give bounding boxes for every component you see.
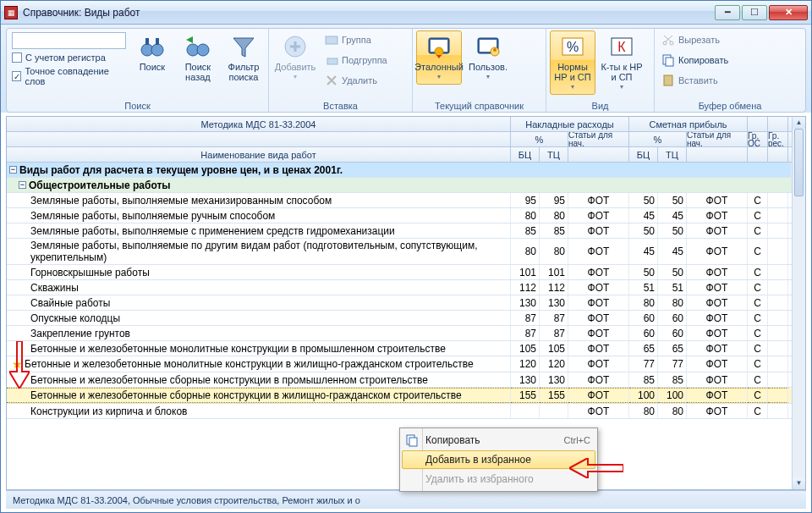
search-back-button[interactable]: Поиск назад xyxy=(177,30,219,85)
user-reference-button[interactable]: Пользов. ▾ xyxy=(465,30,511,85)
cell-s2: ФОТ xyxy=(687,341,748,356)
scroll-down-icon[interactable]: ▼ xyxy=(793,477,805,489)
cell-g: С xyxy=(748,223,768,238)
k-grid-icon: К xyxy=(608,33,635,60)
scroll-thumb[interactable] xyxy=(794,129,804,196)
cell-g: С xyxy=(748,388,768,403)
maximize-button[interactable]: ☐ xyxy=(742,5,767,20)
cell-g: С xyxy=(748,193,768,207)
group-row-2[interactable]: −Общестроительные работы xyxy=(7,178,792,193)
table-row[interactable]: Свайные работы130130ФОТ8080ФОТС xyxy=(7,295,792,311)
header-percent-2: % xyxy=(629,132,687,146)
exact-match-checkbox[interactable]: ✓ Точное совпадение слов xyxy=(12,66,126,86)
search-button[interactable]: Поиск xyxy=(131,30,173,74)
svg-rect-23 xyxy=(666,58,673,66)
cell-s1: ФОТ xyxy=(568,193,629,207)
svg-point-21 xyxy=(670,41,673,45)
table-row[interactable]: Закрепление грунтов8787ФОТ6060ФОТС xyxy=(7,326,792,341)
search-filter-button[interactable]: Фильтр поиска xyxy=(222,30,265,85)
header-gros-text: Гр. ОС xyxy=(748,132,768,146)
group-label-search: Поиск xyxy=(10,100,265,112)
cell-s1: ФОТ xyxy=(568,223,629,238)
group-row-1[interactable]: −Виды работ для расчета в текущем уровне… xyxy=(7,163,792,178)
add-button[interactable]: Добавить ▾ xyxy=(272,30,318,85)
collapse-icon[interactable]: − xyxy=(19,181,26,189)
binoculars-icon xyxy=(139,33,166,60)
cell-g2 xyxy=(768,265,788,279)
add-group-row[interactable]: Группа xyxy=(321,30,391,49)
norms-button[interactable]: % Нормы НР и СП ▾ xyxy=(550,30,595,95)
cell-g2 xyxy=(768,193,788,207)
cell-tc1: 95 xyxy=(540,193,568,207)
group-label-insert: Вставка xyxy=(272,100,409,112)
book-user-icon xyxy=(475,33,502,60)
table-row[interactable]: Земляные работы, выполняемые по другим в… xyxy=(7,239,792,265)
context-add-favorite-label: Добавить в избранное xyxy=(425,454,531,466)
scroll-up-icon[interactable]: ▲ xyxy=(793,117,805,129)
vertical-scrollbar[interactable]: ▲ ▼ xyxy=(792,117,805,489)
cell-bc1 xyxy=(511,404,540,418)
cell-s1: ФОТ xyxy=(568,326,629,340)
group-label-clipboard: Буфер обмена xyxy=(658,100,802,112)
cell-s1: ФОТ xyxy=(568,388,629,403)
svg-text:К: К xyxy=(617,40,626,54)
cell-tc2: 50 xyxy=(658,265,687,279)
search-filter-label: Фильтр поиска xyxy=(223,62,264,82)
search-input[interactable] xyxy=(12,32,126,49)
funnel-icon xyxy=(230,33,257,60)
cell-g2 xyxy=(768,388,788,403)
table-row[interactable]: Горновскрышные работы101101ФОТ5050ФОТС xyxy=(7,265,792,280)
subfolder-icon xyxy=(325,53,338,67)
folder-icon xyxy=(325,33,338,47)
paste-row[interactable]: Вставить xyxy=(658,71,732,90)
header-profit: Сметная прибыль xyxy=(629,117,748,131)
table-row[interactable]: ★Бетонные и железобетонные монолитные ко… xyxy=(7,356,792,372)
percent-grid-icon: % xyxy=(559,33,586,60)
cell-bc2: 50 xyxy=(629,193,658,207)
context-copy[interactable]: Копировать Ctrl+C xyxy=(402,430,595,450)
collapse-icon[interactable]: − xyxy=(9,166,17,174)
cell-bc2: 77 xyxy=(629,356,658,372)
minimize-button[interactable]: ━ xyxy=(715,5,740,20)
table-row[interactable]: Конструкции из кирпича и блоковФОТ8080ФО… xyxy=(7,404,792,419)
table-row[interactable]: Бетонные и железобетонные сборные констр… xyxy=(7,388,792,404)
cell-g2 xyxy=(768,280,788,295)
cell-g: С xyxy=(748,326,768,340)
row-name: Скважины xyxy=(7,280,511,295)
add-subgroup-row[interactable]: Подгруппа xyxy=(321,51,391,69)
table-row[interactable]: Земляные работы, выполняемые ручным спос… xyxy=(7,208,792,223)
table-row[interactable]: Бетонные и железобетонные сборные констр… xyxy=(7,372,792,388)
table-row[interactable]: Опускные колодцы8787ФОТ6060ФОТС xyxy=(7,311,792,326)
row-name: Бетонные и железобетонные монолитные кон… xyxy=(7,341,511,356)
cell-s1: ФОТ xyxy=(568,372,629,387)
table-row[interactable]: Скважины112112ФОТ5151ФОТС xyxy=(7,280,792,295)
close-button[interactable]: ✕ xyxy=(769,5,808,20)
copy-icon xyxy=(405,433,419,447)
svg-point-5 xyxy=(197,44,209,56)
reference-button[interactable]: Эталонный ▾ xyxy=(416,30,462,85)
cell-s1: ФОТ xyxy=(568,295,629,310)
table-row[interactable]: Бетонные и железобетонные монолитные кон… xyxy=(7,341,792,356)
cell-bc1: 130 xyxy=(511,372,540,387)
plus-circle-icon xyxy=(282,33,309,60)
table-row[interactable]: Земляные работы, выполняемые механизиров… xyxy=(7,193,792,208)
annotation-arrow-left xyxy=(569,458,623,478)
cut-row[interactable]: Вырезать xyxy=(658,30,732,49)
coeff-button[interactable]: К К-ты к НР и СП ▾ xyxy=(599,30,645,95)
copy-row[interactable]: Копировать xyxy=(658,51,732,69)
context-add-favorite[interactable]: Добавить в избранное xyxy=(402,450,595,469)
case-sensitive-checkbox[interactable]: С учетом регистра xyxy=(12,52,126,63)
svg-rect-8 xyxy=(327,58,337,64)
header-tc-2: ТЦ xyxy=(658,147,687,162)
table-row[interactable]: Земляные работы, выполняемые с применени… xyxy=(7,223,792,239)
cell-tc2: 65 xyxy=(658,341,687,356)
header-bc-2: БЦ xyxy=(629,147,658,162)
cell-bc1: 101 xyxy=(511,265,540,279)
cell-g: С xyxy=(748,404,768,418)
cell-bc2: 45 xyxy=(629,239,658,264)
cell-bc2: 51 xyxy=(629,280,658,295)
row-name: Земляные работы, выполняемые механизиров… xyxy=(7,193,511,207)
delete-row[interactable]: Удалить xyxy=(321,71,391,90)
cell-s2: ФОТ xyxy=(687,280,748,295)
header-name: Наименование вида работ xyxy=(7,147,511,162)
